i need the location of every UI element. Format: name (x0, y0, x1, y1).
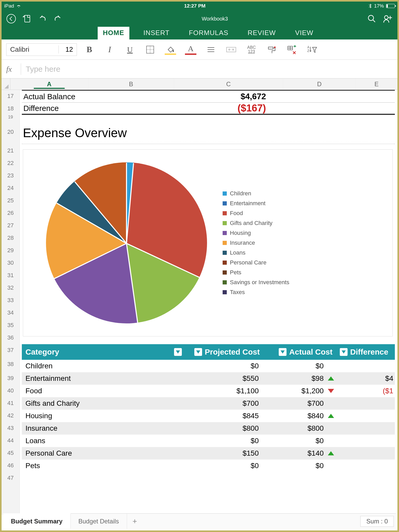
tab-formulas[interactable]: FORMULAS (184, 27, 234, 39)
merge-button[interactable] (223, 43, 239, 56)
col-A[interactable]: A (10, 78, 88, 90)
file-button[interactable] (21, 13, 33, 25)
row-41[interactable]: 41 (2, 397, 19, 409)
row-45[interactable]: 45 (2, 447, 19, 459)
row-38[interactable]: 38 (2, 356, 19, 372)
add-sheet-button[interactable]: + (127, 517, 143, 526)
undo-button[interactable] (36, 13, 48, 25)
bold-button[interactable]: B (82, 43, 97, 56)
th-projected: Projected Cost (205, 348, 260, 356)
row-36[interactable]: 36 (2, 331, 19, 344)
column-headers: A B C D E (2, 78, 397, 90)
sheet-tab-budget-details[interactable]: Budget Details (71, 514, 127, 529)
table-row[interactable]: Personal Care$150$140 (22, 447, 395, 460)
row-34[interactable]: 34 (2, 307, 19, 319)
tab-view[interactable]: VIEW (290, 27, 318, 39)
difference-row[interactable]: Difference ($167) (22, 102, 395, 115)
fill-color-button[interactable] (163, 43, 178, 56)
search-button[interactable] (366, 13, 378, 25)
cell-category: Pets (22, 462, 185, 470)
number-format-button[interactable]: ABC123 (244, 43, 259, 56)
col-B[interactable]: B (88, 78, 174, 90)
font-size[interactable]: 12 (58, 45, 77, 54)
share-button[interactable] (382, 13, 394, 25)
row-22[interactable]: 22 (2, 157, 19, 169)
pie-graphic (46, 162, 207, 323)
back-button[interactable] (5, 13, 17, 25)
table-header: Category Projected Cost Actual Cost (22, 344, 395, 360)
row-35[interactable]: 35 (2, 319, 19, 331)
cell-actual: $0 (263, 462, 326, 470)
row-33[interactable]: 33 (2, 294, 19, 307)
row-43[interactable]: 43 (2, 422, 19, 434)
row-46[interactable]: 46 (2, 459, 19, 472)
row-39[interactable]: 39 (2, 372, 19, 384)
table-row[interactable]: Children$0$0 (22, 360, 395, 372)
actual-balance-row[interactable]: Actual Balance $4,672 (22, 90, 395, 102)
row-29[interactable]: 29 (2, 244, 19, 257)
row-17[interactable]: 17 (2, 90, 19, 102)
row-40[interactable]: 40 (2, 384, 19, 397)
borders-button[interactable] (142, 43, 158, 56)
tab-review[interactable]: REVIEW (242, 27, 281, 39)
filter-projected[interactable] (194, 348, 202, 356)
row-25[interactable]: 25 (2, 194, 19, 207)
select-all-corner[interactable] (2, 78, 10, 90)
sheet-tab-budget-summary[interactable]: Budget Summary (3, 513, 71, 529)
table-row[interactable]: Food$1,100$1,200($1 (22, 385, 395, 397)
insert-delete-button[interactable] (284, 43, 300, 56)
row-42[interactable]: 42 (2, 409, 19, 422)
row-37[interactable]: 37 (2, 344, 19, 356)
bluetooth-icon (368, 4, 372, 8)
align-button[interactable] (203, 43, 219, 56)
table-row[interactable]: Entertainment$550$98$4 (22, 372, 395, 385)
battery-percent: 17% (374, 3, 384, 9)
table-row[interactable]: Pets$0$0 (22, 460, 395, 472)
col-C[interactable]: C (174, 78, 283, 90)
filter-actual[interactable] (279, 348, 287, 356)
row-26[interactable]: 26 (2, 207, 19, 219)
formula-input[interactable]: Type here (26, 65, 60, 74)
expense-pie-chart[interactable]: Children Entertainment Food Gifts and Ch… (23, 149, 393, 336)
trend-icon (326, 451, 336, 455)
formula-bar[interactable]: fx Type here (2, 60, 397, 78)
sort-filter-button[interactable]: AZ (304, 43, 320, 56)
format-painter-button[interactable] (264, 43, 280, 56)
row-19[interactable]: 19 (2, 115, 19, 119)
table-row[interactable]: Housing$845$840 (22, 410, 395, 422)
cell-category: Entertainment (22, 374, 185, 383)
table-row[interactable]: Loans$0$0 (22, 435, 395, 447)
font-name[interactable]: Calibri (6, 45, 58, 54)
row-24[interactable]: 24 (2, 182, 19, 194)
filter-difference[interactable] (340, 348, 348, 356)
redo-button[interactable] (52, 13, 64, 25)
row-44[interactable]: 44 (2, 434, 19, 447)
row-32[interactable]: 32 (2, 282, 19, 294)
row-23[interactable]: 23 (2, 169, 19, 182)
row-30[interactable]: 30 (2, 257, 19, 269)
tab-insert[interactable]: INSERT (138, 27, 175, 39)
row-18[interactable]: 18 (2, 102, 19, 115)
filter-category[interactable] (174, 348, 182, 356)
device-label: iPad (4, 3, 14, 9)
cell-category: Housing (22, 412, 185, 420)
cell-projected: $700 (185, 399, 263, 408)
font-picker[interactable]: Calibri 12 (6, 43, 77, 56)
row-28[interactable]: 28 (2, 232, 19, 244)
tab-home[interactable]: HOME (98, 27, 129, 39)
col-E[interactable]: E (356, 78, 397, 90)
row-31[interactable]: 31 (2, 269, 19, 282)
italic-button[interactable]: I (102, 43, 117, 56)
legend-entertainment: Entertainment (230, 200, 265, 207)
font-color-button[interactable]: A (183, 43, 198, 56)
cell-difference: ($1 (336, 387, 395, 395)
col-D[interactable]: D (283, 78, 356, 90)
table-row[interactable]: Gifts and Charity$700$700 (22, 397, 395, 410)
table-row[interactable]: Insurance$800$800 (22, 422, 395, 435)
row-47[interactable]: 47 (2, 472, 19, 484)
row-21[interactable]: 21 (2, 144, 19, 157)
row-27[interactable]: 27 (2, 219, 19, 232)
row-20[interactable]: 20 (2, 119, 19, 144)
underline-button[interactable]: U (122, 43, 138, 56)
svg-rect-5 (227, 47, 236, 52)
